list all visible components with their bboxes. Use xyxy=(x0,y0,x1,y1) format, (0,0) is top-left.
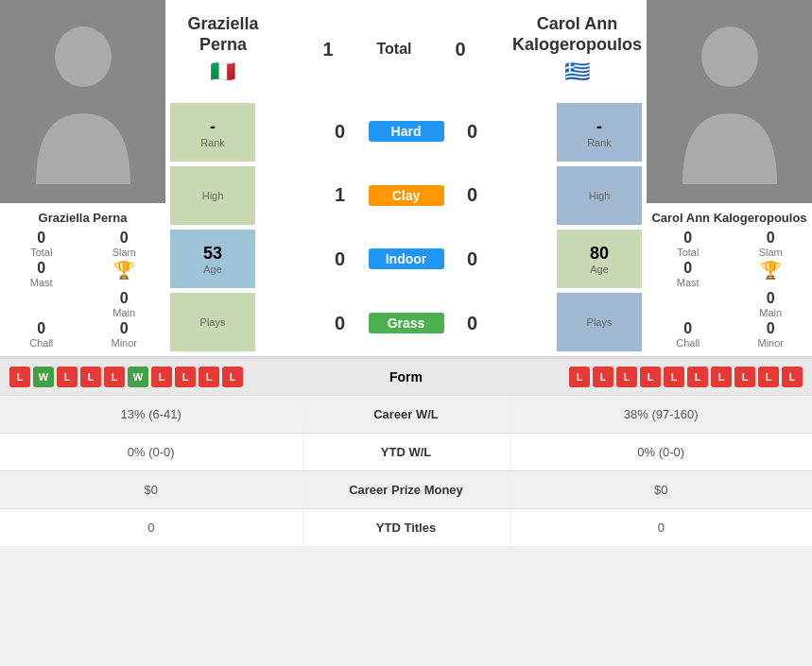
left-mast-pair: 0 Mast xyxy=(5,260,78,288)
left-slam-pair: 0 Slam xyxy=(88,230,162,258)
grass-badge: Grass xyxy=(369,313,444,333)
player-left-photo xyxy=(0,0,165,203)
left-minor-val: 0 xyxy=(88,320,162,337)
right-high-card: High xyxy=(557,166,642,225)
form-badge-left: W xyxy=(33,367,54,387)
career-prize-left: $0 xyxy=(0,471,302,508)
career-wl-right: 38% (97-160) xyxy=(510,396,813,433)
ytd-wl-left: 0% (0-0) xyxy=(0,434,302,470)
left-chall-lbl: Chall xyxy=(5,337,78,349)
ytd-titles-row: 0 YTD Titles 0 xyxy=(0,508,812,546)
grass-right: 0 xyxy=(458,313,487,334)
left-minor-lbl: Minor xyxy=(88,337,162,349)
bottom-rows: 13% (6-41) Career W/L 38% (97-160) 0% (0… xyxy=(0,395,812,546)
left-main-pair: 0 Main xyxy=(88,290,162,318)
left-plays-card: Plays xyxy=(170,293,255,351)
left-rank-val: - xyxy=(210,117,216,137)
ytd-wl-row: 0% (0-0) YTD W/L 0% (0-0) xyxy=(0,433,812,470)
player-left-stats: 0 Total 0 Slam 0 Mast 🏆 0 xyxy=(5,230,161,349)
left-chall-pair: 0 Chall xyxy=(5,320,78,349)
right-main-lbl: Main xyxy=(734,307,808,318)
right-total-lbl: Total xyxy=(651,247,725,258)
right-name-col: Carol Ann Kalogeropoulos 🇬🇷 xyxy=(508,9,647,89)
left-rank-card: - Rank xyxy=(170,103,255,162)
form-row: LWLLLWLLLL Form LLLLLLLLLL xyxy=(0,358,812,395)
left-mast-val: 0 xyxy=(5,260,78,277)
top-block: Graziella Perna 0 Total 0 Slam 0 Mast xyxy=(0,0,812,358)
ytd-titles-right: 0 xyxy=(510,509,813,546)
form-badge-left: L xyxy=(80,367,101,387)
left-high-card: High xyxy=(170,166,255,225)
right-total-pair: 0 Total xyxy=(651,230,725,258)
form-badge-right: L xyxy=(569,367,590,387)
left-rank-lbl: Rank xyxy=(200,137,225,148)
left-flag: 🇮🇹 xyxy=(170,60,276,84)
right-age-val: 80 xyxy=(590,244,609,264)
ytd-wl-label: YTD W/L xyxy=(302,434,510,470)
right-mast-lbl: Mast xyxy=(651,277,725,288)
left-slam-lbl: Slam xyxy=(88,247,162,258)
form-badge-right: L xyxy=(593,367,613,387)
right-total-val: 0 xyxy=(651,230,725,247)
player-right-name: Carol Ann Kalogeropoulos xyxy=(651,211,807,225)
right-flag: 🇬🇷 xyxy=(512,60,642,84)
form-badge-left: L xyxy=(175,367,196,387)
right-mast-val: 0 xyxy=(651,260,725,277)
hard-line: 0 Hard 0 xyxy=(326,118,487,145)
indoor-badge: Indoor xyxy=(369,248,444,269)
right-rank-lbl: Rank xyxy=(587,137,612,148)
form-badge-left: L xyxy=(222,367,243,387)
right-chall-pair: 0 Chall xyxy=(651,320,725,349)
indoor-right: 0 xyxy=(458,248,487,270)
indoor-left: 0 xyxy=(326,248,354,270)
form-badge-right: L xyxy=(711,367,732,387)
form-badge-left: L xyxy=(151,367,172,387)
form-badge-right: L xyxy=(734,367,755,387)
right-high-lbl: High xyxy=(589,190,611,201)
right-plays-card: Plays xyxy=(557,293,642,351)
player-right-info: Carol Ann Kalogeropoulos 0 Total 0 Slam … xyxy=(647,203,812,356)
form-badge-left: L xyxy=(104,367,125,387)
trophy-icon: 🏆 xyxy=(113,260,134,281)
right-chall-lbl: Chall xyxy=(651,337,725,349)
right-slam-lbl: Slam xyxy=(734,247,808,258)
right-minor-val: 0 xyxy=(734,320,808,337)
career-wl-label: Career W/L xyxy=(302,396,510,433)
ytd-wl-right: 0% (0-0) xyxy=(510,434,813,470)
right-slam-val: 0 xyxy=(734,230,808,247)
left-rank-cards: - Rank High 53 Age Plays xyxy=(165,98,260,356)
right-age-lbl: Age xyxy=(590,264,609,275)
center-block: Graziella Perna 🇮🇹 1 Total 0 Carol Ann K… xyxy=(165,0,647,356)
form-center-label: Form xyxy=(331,369,482,384)
form-badge-right: L xyxy=(782,367,803,387)
right-main-val: 0 xyxy=(734,290,808,307)
total-label: Total xyxy=(356,41,432,58)
player-right-panel: Carol Ann Kalogeropoulos 0 Total 0 Slam … xyxy=(647,0,812,356)
left-mast-lbl: Mast xyxy=(5,277,78,288)
hard-badge: Hard xyxy=(369,121,444,142)
form-right: LLLLLLLLLL xyxy=(482,367,803,387)
career-prize-row: $0 Career Prize Money $0 xyxy=(0,470,812,508)
right-plays-lbl: Plays xyxy=(587,316,613,328)
left-age-val: 53 xyxy=(203,244,222,264)
form-badge-left: W xyxy=(128,367,148,387)
form-badge-left: L xyxy=(57,367,78,387)
indoor-line: 0 Indoor 0 xyxy=(326,246,487,273)
total-score-left: 1 xyxy=(314,39,342,60)
main-container: Graziella Perna 0 Total 0 Slam 0 Mast xyxy=(0,0,812,546)
career-prize-label: Career Prize Money xyxy=(302,471,510,508)
right-main-pair: 0 Main xyxy=(734,290,808,318)
left-minor-pair: 0 Minor xyxy=(88,320,162,349)
career-wl-row: 13% (6-41) Career W/L 38% (97-160) xyxy=(0,395,812,433)
right-rank-cards: - Rank High 80 Age Plays xyxy=(552,98,647,356)
right-age-card: 80 Age xyxy=(557,230,642,288)
left-name-col: Graziella Perna 🇮🇹 xyxy=(165,9,281,89)
player-left-panel: Graziella Perna 0 Total 0 Slam 0 Mast xyxy=(0,0,165,356)
form-badge-right: L xyxy=(687,367,708,387)
hard-left: 0 xyxy=(326,121,354,143)
player-left-info: Graziella Perna 0 Total 0 Slam 0 Mast xyxy=(0,203,165,356)
form-badge-left: L xyxy=(9,367,30,387)
right-minor-lbl: Minor xyxy=(734,337,808,349)
career-prize-right: $0 xyxy=(510,471,813,508)
left-total-val: 0 xyxy=(5,230,78,247)
